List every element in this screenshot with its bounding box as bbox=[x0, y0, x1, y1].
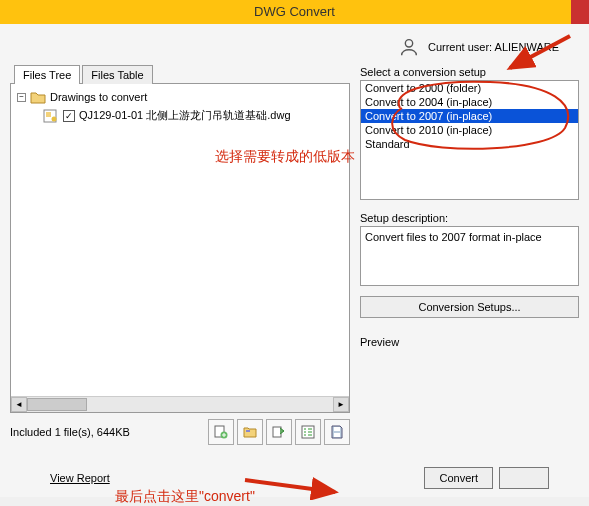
convert-button[interactable]: Convert bbox=[424, 467, 493, 489]
view-report-link[interactable]: View Report bbox=[50, 472, 110, 484]
window-titlebar: DWG Convert bbox=[0, 0, 589, 24]
tab-files-table[interactable]: Files Table bbox=[82, 65, 152, 84]
svg-point-0 bbox=[405, 40, 412, 47]
tree-file-row[interactable]: ✓ QJ129-01-01 北侧上游龙门吊轨道基础.dwg bbox=[43, 108, 343, 123]
folder-icon bbox=[30, 90, 46, 104]
files-tree-panel: − Drawings to convert ✓ QJ129-01-01 北侧上游… bbox=[10, 83, 350, 413]
select-setup-label: Select a conversion setup bbox=[360, 66, 579, 78]
preview-label: Preview bbox=[360, 336, 579, 348]
list-button[interactable] bbox=[295, 419, 321, 445]
scroll-thumb[interactable] bbox=[27, 398, 87, 411]
svg-rect-7 bbox=[273, 427, 281, 437]
tab-files-tree[interactable]: Files Tree bbox=[14, 65, 80, 84]
tree-file-label: QJ129-01-01 北侧上游龙门吊轨道基础.dwg bbox=[79, 108, 291, 123]
setup-item[interactable]: Convert to 2000 (folder) bbox=[361, 81, 578, 95]
current-user-label: Current user: ALIENWARE bbox=[428, 41, 559, 53]
save-button[interactable] bbox=[324, 419, 350, 445]
window-title: DWG Convert bbox=[254, 4, 335, 19]
svg-point-3 bbox=[52, 116, 57, 121]
setup-item[interactable]: Convert to 2004 (in-place) bbox=[361, 95, 578, 109]
setup-item[interactable]: Standard bbox=[361, 137, 578, 151]
horizontal-scrollbar[interactable]: ◄ ► bbox=[11, 396, 349, 412]
setup-description-box: Convert files to 2007 format in-place bbox=[360, 226, 579, 286]
remove-file-button[interactable] bbox=[266, 419, 292, 445]
tree-root-label: Drawings to convert bbox=[50, 91, 147, 103]
conversion-setup-list[interactable]: Convert to 2000 (folder) Convert to 2004… bbox=[360, 80, 579, 200]
conversion-setups-button[interactable]: Conversion Setups... bbox=[360, 296, 579, 318]
setup-description-text: Convert files to 2007 format in-place bbox=[365, 231, 542, 243]
file-checkbox[interactable]: ✓ bbox=[63, 110, 75, 122]
setup-item[interactable]: Convert to 2010 (in-place) bbox=[361, 123, 578, 137]
close-icon[interactable] bbox=[571, 0, 589, 24]
scroll-left-icon[interactable]: ◄ bbox=[11, 397, 27, 412]
dwg-file-icon bbox=[43, 109, 59, 123]
svg-rect-2 bbox=[46, 112, 51, 117]
svg-rect-6 bbox=[246, 430, 250, 432]
scroll-right-icon[interactable]: ► bbox=[333, 397, 349, 412]
add-folder-button[interactable] bbox=[237, 419, 263, 445]
add-file-button[interactable] bbox=[208, 419, 234, 445]
collapse-icon[interactable]: − bbox=[17, 93, 26, 102]
setup-description-label: Setup description: bbox=[360, 212, 579, 224]
user-icon bbox=[398, 36, 420, 58]
svg-rect-10 bbox=[334, 433, 340, 437]
setup-item[interactable]: Convert to 2007 (in-place) bbox=[361, 109, 578, 123]
status-text: Included 1 file(s), 644KB bbox=[10, 426, 205, 438]
tree-root-row[interactable]: − Drawings to convert bbox=[17, 90, 343, 104]
secondary-button[interactable] bbox=[499, 467, 549, 489]
svg-rect-9 bbox=[334, 427, 340, 431]
